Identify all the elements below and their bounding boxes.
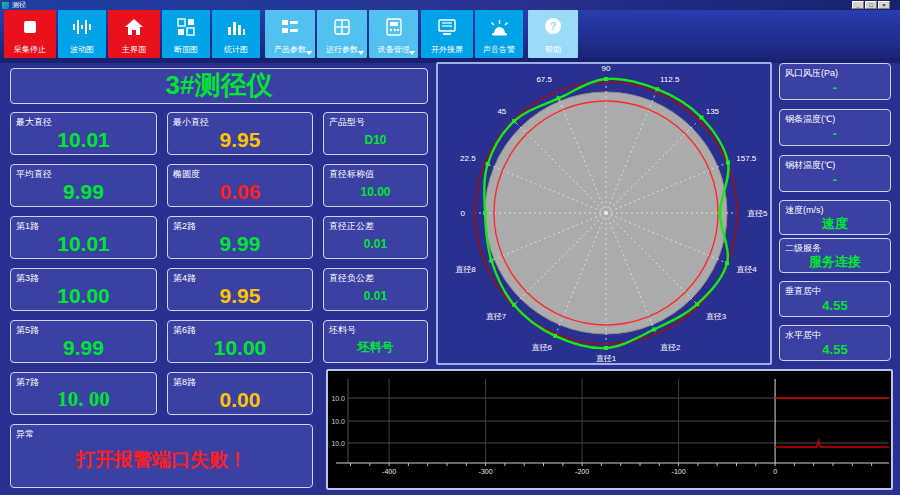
cell-channel-8: 第8路 0.00 [167, 372, 313, 415]
svg-text:直径1: 直径1 [596, 354, 617, 363]
cell-nominal-diameter: 直径标称值 10.00 [323, 164, 428, 207]
alarm-message: 打开报警端口失败！ [11, 435, 312, 485]
svg-text:-200: -200 [575, 468, 589, 475]
device-icon [383, 16, 405, 38]
panel-steel-temperature: 钢材温度(℃) - [779, 155, 891, 192]
cell-value: 9.99 [11, 335, 156, 360]
cell-value: 0.01 [324, 283, 427, 308]
cell-ovality: 椭圆度 0.06 [167, 164, 313, 207]
svg-text:直径5: 直径5 [747, 209, 768, 218]
alarm-siren-icon [488, 16, 510, 38]
section-chart-icon [175, 16, 197, 38]
svg-text:直径3: 直径3 [706, 312, 727, 321]
external-screen-button[interactable]: 开外接屏 [421, 10, 473, 58]
cell-value: - [780, 122, 890, 145]
stats-chart-button[interactable]: 统计图 [212, 10, 260, 58]
panel-horizontal-center: 水平居中 4.55 [779, 325, 891, 361]
cross-section-chart-panel: 022.54567.590112.5135157.5直径5直径4直径3直径2直径… [436, 62, 772, 365]
cell-max-diameter: 最大直径 10.01 [10, 112, 157, 155]
button-label: 统计图 [224, 44, 248, 55]
panel-secondary-service: 二级服务 服务连接 [779, 238, 891, 273]
cell-value: 10.00 [324, 179, 427, 204]
cell-channel-5: 第5路 9.99 [10, 320, 157, 363]
panel-strip-temperature: 钢条温度(℃) - [779, 109, 891, 146]
cell-value: 9.99 [11, 179, 156, 204]
product-params-icon [279, 16, 301, 38]
svg-text:直径2: 直径2 [660, 343, 681, 352]
cell-value: 9.95 [168, 283, 312, 308]
window-controls: _ □ × [852, 1, 890, 9]
svg-text:-300: -300 [479, 468, 493, 475]
run-params-button[interactable]: 运行参数 [317, 10, 367, 58]
cell-value: 10.00 [168, 335, 312, 360]
svg-text:10.0: 10.0 [331, 395, 345, 402]
button-label: 运行参数 [326, 44, 358, 55]
maximize-button[interactable]: □ [865, 1, 877, 9]
cell-channel-4: 第4路 9.95 [167, 268, 313, 311]
main-screen-button[interactable]: 主界面 [108, 10, 160, 58]
cell-value: 10.01 [11, 231, 156, 256]
svg-text:-400: -400 [382, 468, 396, 475]
cell-product-model: 产品型号 D10 [323, 112, 428, 155]
button-label: 主界面 [122, 44, 146, 55]
svg-text:135: 135 [706, 107, 720, 116]
panel-vertical-center: 垂直居中 4.55 [779, 281, 891, 317]
stop-icon [19, 16, 41, 38]
section-chart-button[interactable]: 断面图 [162, 10, 210, 58]
svg-text:直径8: 直径8 [455, 265, 476, 274]
svg-text:90: 90 [602, 64, 611, 73]
cell-value: 服务连接 [780, 251, 890, 272]
button-label: 设备管理 [378, 44, 410, 55]
svg-text:?: ? [550, 20, 557, 32]
cell-value: 0.06 [168, 179, 312, 204]
cell-abnormal-status: 异常 打开报警端口失败！ [10, 424, 313, 488]
title-bar: 测径 _ □ × [0, 0, 900, 10]
app-icon [2, 2, 9, 9]
panel-speed: 速度(m/s) 速度 [779, 200, 891, 235]
svg-text:-100: -100 [672, 468, 686, 475]
button-label: 波动图 [70, 44, 94, 55]
cell-value: 坯料号 [324, 335, 427, 360]
help-button[interactable]: ? 帮助 [528, 10, 578, 58]
cell-channel-3: 第3路 10.00 [10, 268, 157, 311]
cell-value: 9.99 [168, 231, 312, 256]
cell-value: 4.55 [780, 294, 890, 316]
dropdown-caret-icon [306, 51, 312, 55]
cross-section-polar-chart: 022.54567.590112.5135157.5直径5直径4直径3直径2直径… [438, 64, 770, 363]
dropdown-caret-icon [358, 51, 364, 55]
svg-text:直径7: 直径7 [486, 312, 507, 321]
toolbar: 采集停止 波动图 主界面 断面图 统计图 产品参数 [0, 10, 900, 58]
run-params-icon [331, 16, 353, 38]
cell-value: - [780, 168, 890, 191]
wave-chart-button[interactable]: 波动图 [58, 10, 106, 58]
cell-channel-7: 第7路 10. 00 [10, 372, 157, 415]
sound-alarm-button[interactable]: 声音告警 [475, 10, 523, 58]
cell-avg-diameter: 平均直径 9.99 [10, 164, 157, 207]
home-icon [123, 16, 145, 38]
window-title: 测径 [12, 1, 26, 9]
cell-value: 0.01 [324, 231, 427, 256]
cell-value: 0.00 [168, 387, 312, 412]
close-button[interactable]: × [878, 1, 890, 9]
button-label: 产品参数 [274, 44, 306, 55]
cell-plus-tolerance: 直径正公差 0.01 [323, 216, 428, 259]
button-label: 声音告警 [483, 44, 515, 55]
svg-text:直径6: 直径6 [532, 343, 553, 352]
gauge-title-box: 3#测径仪 [10, 68, 428, 104]
button-label: 帮助 [545, 44, 561, 55]
cell-channel-1: 第1路 10.01 [10, 216, 157, 259]
trend-chart: 10.010.010.0-400-300-200-1000 [328, 371, 891, 488]
stop-collection-button[interactable]: 采集停止 [4, 10, 56, 58]
waveform-icon [71, 16, 93, 38]
svg-text:112.5: 112.5 [660, 75, 680, 84]
cell-value: 9.95 [168, 127, 312, 152]
cell-channel-6: 第6路 10.00 [167, 320, 313, 363]
svg-text:10.0: 10.0 [331, 440, 345, 447]
button-label: 采集停止 [14, 44, 46, 55]
cell-value: 4.55 [780, 338, 890, 360]
minimize-button[interactable]: _ [852, 1, 864, 9]
device-management-button[interactable]: 设备管理 [369, 10, 418, 58]
gauge-title: 3#测径仪 [11, 69, 427, 101]
product-params-button[interactable]: 产品参数 [265, 10, 315, 58]
svg-text:0: 0 [461, 209, 466, 218]
